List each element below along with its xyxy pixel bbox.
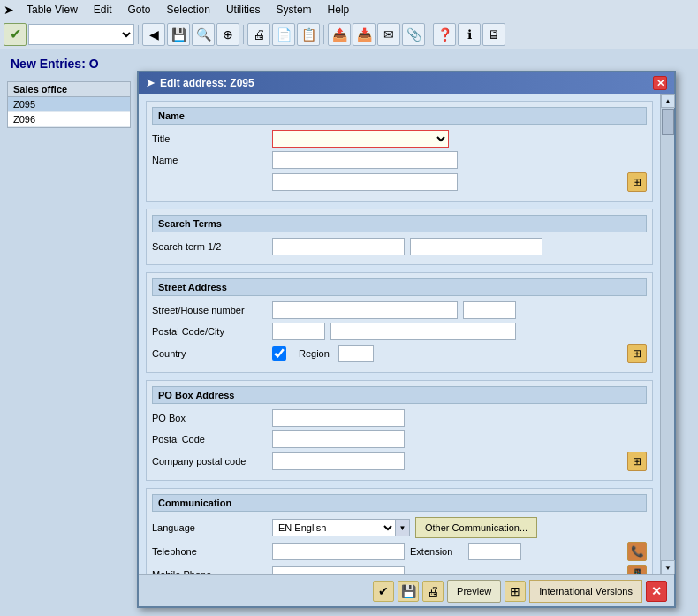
telephone-label: Telephone [152,546,267,557]
po-postal-code-input[interactable] [272,430,405,448]
title-label: Title [152,133,267,144]
po-box-header: PO Box Address [152,386,647,404]
name-icon-btn[interactable]: ⊞ [627,172,647,192]
company-postal-input[interactable] [272,452,405,470]
telephone-extension-input[interactable] [468,543,521,560]
po-postal-code-label: Postal Code [152,434,267,445]
country-icon-btn[interactable]: ⊞ [627,344,647,363]
language-label: Language [152,522,267,533]
table-row[interactable]: Z095 [8,97,130,112]
page-title: New Entries: O [7,57,691,71]
dialog-title-left: ➤ Edit address: Z095 [146,77,254,89]
region-label: Region [299,348,330,359]
language-select[interactable]: EN English [272,519,396,536]
menu-system[interactable]: System [269,2,319,18]
company-postal-label: Company postal code [152,456,267,467]
footer-save-btn[interactable]: 💾 [398,581,419,602]
telephone-input[interactable] [272,543,405,560]
title-select[interactable] [272,130,449,148]
search-terms-section: Search Terms Search term 1/2 [146,209,653,265]
toolbar-print3-btn[interactable]: 📋 [297,23,320,46]
country-checkbox[interactable] [272,346,286,361]
po-box-row: PO Box [152,409,647,427]
edit-address-dialog: ➤ Edit address: Z095 ✕ ▲ ▼ Name Title [137,71,676,608]
toolbar-dropdown[interactable] [28,24,134,45]
menu-goto[interactable]: Goto [121,2,158,18]
house-number-input[interactable] [463,301,516,319]
menu-selection[interactable]: Selection [160,2,217,18]
menu-utilities[interactable]: Utilities [219,2,268,18]
postal-city-label: Postal Code/City [152,326,267,337]
search-term-row: Search term 1/2 [152,238,647,255]
footer-check-btn[interactable]: ✔ [373,581,394,602]
language-row: Language EN English ▼ Other Communicatio… [152,517,647,538]
telephone-extension-label: Extension [410,546,463,557]
toolbar-find-btn[interactable]: 🔍 [192,23,215,46]
toolbar-separator-3 [323,25,324,44]
city-input[interactable] [330,323,516,340]
menubar: ➤ Table View Edit Goto Selection Utiliti… [0,0,698,19]
postal-city-row: Postal Code/City [152,323,647,340]
telephone-row: Telephone Extension 📞 [152,542,647,561]
name-section: Name Title Name ⊞ [146,101,653,202]
search-terms-header: Search Terms [152,215,647,232]
toolbar-separator-1 [138,25,139,44]
main-area: New Entries: O Sales office Z095 Z096 ➤ … [0,49,698,616]
street-address-section: Street Address Street/House number Posta… [146,272,653,373]
name1-input[interactable] [272,151,458,169]
dialog-scrollbar[interactable]: ▲ ▼ [660,94,674,606]
sales-office-table: Sales office Z095 Z096 [7,81,131,128]
toolbar-download-btn[interactable]: 📥 [353,23,376,46]
footer-close-btn[interactable]: ✕ [646,581,667,602]
toolbar-upload-btn[interactable]: 📤 [328,23,351,46]
dialog-content: Name Title Name ⊞ [139,94,660,606]
language-dropdown-arrow[interactable]: ▼ [396,519,410,536]
po-box-input[interactable] [272,409,405,427]
region-input[interactable] [338,345,374,362]
search-term-label: Search term 1/2 [152,241,267,252]
footer-grid-btn[interactable]: ⊞ [505,581,526,602]
scroll-thumb[interactable] [662,109,674,135]
toolbar-save-btn[interactable]: 💾 [167,23,190,46]
name1-row: Name [152,151,647,169]
menu-edit[interactable]: Edit [87,2,119,18]
other-communication-btn[interactable]: Other Communication... [415,517,537,538]
name2-input[interactable] [272,173,458,191]
postal-code-input[interactable] [272,323,325,340]
name-section-header: Name [152,107,647,125]
toolbar-separator-4 [429,25,429,44]
toolbar-find-next-btn[interactable]: ⊕ [216,23,239,46]
toolbar-print-btn[interactable]: 🖨 [247,23,270,46]
preview-btn[interactable]: Preview [447,580,501,603]
toolbar-print2-btn[interactable]: 📄 [272,23,295,46]
toolbar-info-btn[interactable]: ℹ [458,23,481,46]
search-term2-input[interactable] [410,238,542,255]
toolbar-mail-btn[interactable]: ✉ [377,23,400,46]
scroll-up-arrow[interactable]: ▲ [661,94,675,108]
title-row: Title [152,130,647,148]
toolbar-back-btn[interactable]: ◀ [142,23,165,46]
international-versions-btn[interactable]: International Versions [529,580,642,603]
scroll-down-arrow[interactable]: ▼ [661,560,675,574]
table-row[interactable]: Z096 [8,112,130,127]
toolbar-monitor-btn[interactable]: 🖥 [482,23,505,46]
dialog-close-button[interactable]: ✕ [653,76,667,90]
toolbar-attach-btn[interactable]: 📎 [402,23,425,46]
menu-help[interactable]: Help [321,2,357,18]
street-input[interactable] [272,301,458,319]
name2-row: ⊞ [152,172,647,192]
toolbar-help-btn[interactable]: ❓ [433,23,456,46]
menu-tableview[interactable]: Table View [19,2,85,18]
footer-print-btn[interactable]: 🖨 [422,581,444,602]
telephone-icon-btn[interactable]: 📞 [627,542,647,561]
po-postal-code-row: Postal Code [152,430,647,448]
search-term1-input[interactable] [272,238,405,255]
toolbar-check-btn[interactable]: ✔ [4,23,27,46]
table-header-sales-office: Sales office [8,82,130,97]
po-icon-btn[interactable]: ⊞ [627,452,647,471]
dialog-footer: ✔ 💾 🖨 Preview ⊞ International Versions ✕ [139,574,674,606]
company-postal-row: Company postal code ⊞ [152,452,647,471]
toolbar: ✔ ◀ 💾 🔍 ⊕ 🖨 📄 📋 📤 📥 ✉ 📎 ❓ ℹ 🖥 [0,19,698,49]
communication-header: Communication [152,494,647,512]
app-icon: ➤ [4,3,14,17]
